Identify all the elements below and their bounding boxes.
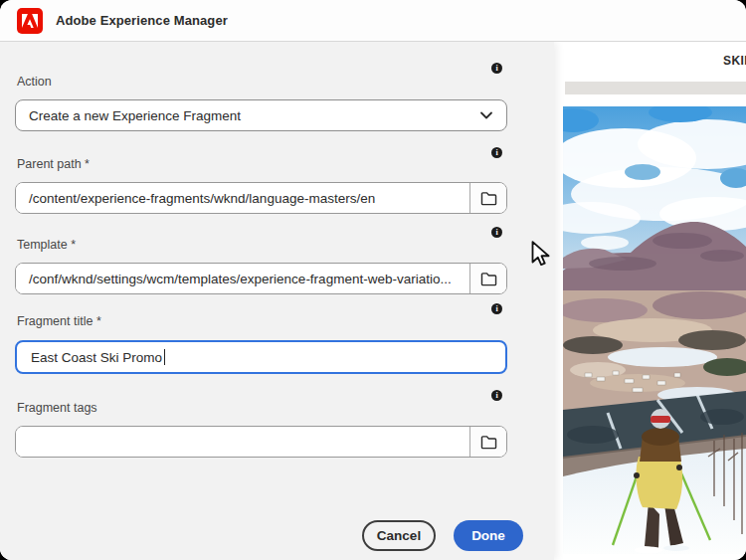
folder-icon: [480, 272, 497, 286]
chevron-down-icon: [479, 110, 493, 120]
folder-icon: [480, 191, 497, 206]
done-button[interactable]: Done: [454, 520, 523, 551]
field-label-template: Template *: [17, 238, 76, 252]
cancel-button[interactable]: Cancel: [362, 520, 436, 551]
adobe-logo-icon: [17, 8, 43, 34]
field-label-action: Action: [17, 75, 52, 89]
parent-path-value: /content/experience-fragments/wknd/langu…: [29, 191, 375, 206]
field-label-fragment-tags: Fragment tags: [17, 401, 97, 415]
ski-slope-photo: [563, 106, 746, 554]
info-circle-icon[interactable]: [491, 63, 502, 74]
fragment-tags-input[interactable]: [16, 427, 470, 457]
action-select-value: Create a new Experience Fragment: [29, 108, 241, 123]
info-circle-icon[interactable]: [491, 303, 502, 314]
parent-path-picker-button[interactable]: [470, 183, 506, 213]
info-circle-icon[interactable]: [491, 227, 502, 238]
parent-path-input[interactable]: /content/experience-fragments/wknd/langu…: [16, 183, 470, 213]
fragment-tags-field: [15, 426, 507, 458]
template-picker-button[interactable]: [470, 264, 506, 293]
mouse-cursor: [527, 240, 553, 270]
action-select[interactable]: Create a new Experience Fragment: [15, 99, 507, 131]
template-field: /conf/wknd/settings/wcm/templates/experi…: [15, 263, 507, 294]
fragment-title-input[interactable]: East Coast Ski Promo: [15, 340, 507, 374]
page-heading-partial: SKII: [723, 54, 746, 68]
app-title: Adobe Experience Manager: [56, 13, 228, 28]
create-fragment-dialog: Action Create a new Experience Fragment …: [0, 42, 554, 560]
parent-path-field: /content/experience-fragments/wknd/langu…: [15, 182, 507, 214]
fragment-tags-picker-button[interactable]: [470, 427, 506, 457]
app-header: Adobe Experience Manager: [0, 0, 746, 42]
folder-icon: [480, 435, 497, 450]
app-window: Adobe Experience Manager SKII: [0, 0, 746, 560]
page-toolbar-strip: [565, 82, 746, 94]
page-background: SKII: [0, 42, 746, 560]
info-circle-icon[interactable]: [491, 147, 502, 158]
info-circle-icon[interactable]: [491, 390, 502, 401]
template-value: /conf/wknd/settings/wcm/templates/experi…: [29, 272, 452, 286]
field-label-fragment-title: Fragment title *: [17, 314, 101, 328]
fragment-title-value: East Coast Ski Promo: [31, 350, 162, 365]
template-input[interactable]: /conf/wknd/settings/wcm/templates/experi…: [16, 264, 470, 293]
field-label-parent-path: Parent path *: [17, 157, 90, 171]
text-caret: [164, 349, 165, 365]
